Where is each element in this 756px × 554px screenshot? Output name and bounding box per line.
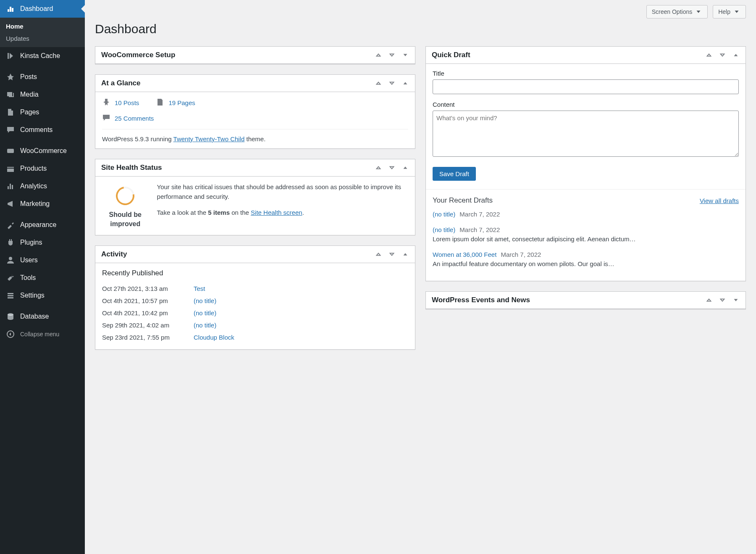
move-down-icon[interactable] (719, 51, 726, 59)
site-health-screen-link[interactable]: Site Health screen (251, 209, 302, 216)
sidebar-item-label: Products (20, 165, 47, 172)
glance-footer: WordPress 5.9.3 running Twenty Twenty-Tw… (102, 129, 408, 142)
move-down-icon[interactable] (388, 164, 396, 171)
activity-post-link[interactable]: Test (194, 285, 205, 292)
sidebar-item-label: Posts (20, 73, 37, 81)
sidebar-item-marketing[interactable]: Marketing (0, 195, 85, 213)
sidebar-item-label: Appearance (20, 221, 56, 229)
site-health-description: Your site has critical issues that shoul… (157, 182, 408, 201)
sidebar-item-label: Kinsta Cache (20, 52, 60, 60)
toggle-icon[interactable] (402, 164, 409, 171)
users-icon (5, 255, 16, 266)
quick-draft-content-textarea[interactable] (433, 111, 739, 157)
move-up-icon[interactable] (705, 296, 713, 304)
glance-footer-pre: WordPress 5.9.3 running (102, 135, 173, 142)
move-up-icon[interactable] (375, 251, 382, 258)
database-icon (5, 311, 16, 322)
draft-excerpt: An impactful feature documentary on wome… (433, 259, 739, 269)
main-content: Screen Options Help Dashboard WooCommerc… (85, 0, 756, 554)
glance-pages-link[interactable]: 19 Pages (156, 98, 195, 108)
activity-section-title: Recently Published (102, 269, 408, 277)
sidebar-item-plugins[interactable]: Plugins (0, 234, 85, 251)
draft-title-link[interactable]: (no title) (433, 211, 455, 218)
sidebar-item-analytics[interactable]: Analytics (0, 177, 85, 195)
postbox-title: WordPress Events and News (432, 296, 530, 304)
move-up-icon[interactable] (375, 164, 382, 171)
sidebar-item-label: Analytics (20, 182, 47, 190)
quick-draft-title-label: Title (433, 70, 739, 77)
svg-rect-4 (8, 297, 13, 298)
draft-title-link[interactable]: (no title) (433, 226, 455, 233)
page-title: Dashboard (95, 22, 746, 36)
activity-post-link[interactable]: (no title) (194, 309, 216, 317)
sidebar-item-kinsta-cache[interactable]: Kinsta Cache (0, 47, 85, 65)
glance-posts-link[interactable]: 10 Posts (102, 98, 139, 108)
move-down-icon[interactable] (388, 79, 396, 87)
sidebar-sub-home[interactable]: Home (0, 20, 85, 32)
toggle-icon[interactable] (402, 51, 409, 59)
collapse-menu-button[interactable]: Collapse menu (0, 325, 85, 343)
sidebar-item-label: Database (20, 313, 49, 320)
move-up-icon[interactable] (375, 51, 382, 59)
sidebar-submenu: Home Updates (0, 18, 85, 47)
admin-sidebar: Dashboard Home Updates Kinsta Cache Post… (0, 0, 85, 554)
help-button[interactable]: Help (713, 5, 746, 18)
draft-excerpt: Lorem ipsum dolor sit amet, consectetur … (433, 235, 739, 244)
postbox-events-news: WordPress Events and News (425, 291, 746, 309)
activity-post-link[interactable]: (no title) (194, 322, 216, 329)
dashboard-right-column: Quick Draft Title Content Save Draft (425, 46, 746, 309)
sidebar-item-pages[interactable]: Pages (0, 103, 85, 121)
caret-down-icon (733, 8, 740, 16)
draft-date: March 7, 2022 (459, 226, 500, 233)
move-up-icon[interactable] (375, 79, 382, 87)
move-down-icon[interactable] (719, 296, 726, 304)
activity-time: Sep 29th 2021, 4:02 am (102, 322, 186, 329)
view-all-drafts-link[interactable]: View all drafts (700, 197, 739, 204)
toggle-icon[interactable] (402, 79, 409, 87)
glance-comments-link[interactable]: 25 Comments (102, 113, 154, 123)
screen-options-button[interactable]: Screen Options (646, 5, 708, 18)
sidebar-item-label: Comments (20, 126, 52, 134)
postbox-activity: Activity Recently Published Oct 27th 202… (95, 245, 415, 350)
sidebar-item-posts[interactable]: Posts (0, 68, 85, 86)
move-down-icon[interactable] (388, 51, 396, 59)
glance-theme-link[interactable]: Twenty Twenty-Two Child (173, 135, 245, 142)
postbox-title: At a Glance (101, 79, 141, 87)
postbox-site-health: Site Health Status Should be improved Yo… (95, 159, 415, 235)
sidebar-item-database[interactable]: Database (0, 308, 85, 325)
activity-post-link[interactable]: (no title) (194, 297, 216, 304)
sidebar-item-comments[interactable]: Comments (0, 121, 85, 139)
screen-options-label: Screen Options (652, 8, 693, 15)
sidebar-item-appearance[interactable]: Appearance (0, 216, 85, 234)
save-draft-button[interactable]: Save Draft (433, 167, 476, 181)
sidebar-item-media[interactable]: Media (0, 86, 85, 103)
sidebar-item-tools[interactable]: Tools (0, 269, 85, 287)
quick-draft-content-label: Content (433, 101, 739, 108)
dashboard-icon (5, 3, 16, 14)
pages-icon (5, 107, 16, 118)
sidebar-item-label: Pages (20, 108, 39, 116)
activity-post-link[interactable]: Cloudup Block (194, 334, 234, 341)
toggle-icon[interactable] (402, 251, 409, 258)
sidebar-item-settings[interactable]: Settings (0, 287, 85, 304)
comment-icon (102, 113, 110, 123)
move-up-icon[interactable] (705, 51, 713, 59)
glance-footer-post: theme. (244, 135, 265, 142)
postbox-title: Activity (101, 250, 127, 259)
postbox-quick-draft: Quick Draft Title Content Save Draft (425, 46, 746, 281)
sidebar-item-label: Users (20, 256, 38, 264)
sidebar-item-products[interactable]: Products (0, 160, 85, 177)
draft-title-link[interactable]: Women at 36,000 Feet (433, 251, 496, 258)
sidebar-item-users[interactable]: Users (0, 251, 85, 269)
sidebar-item-woocommerce[interactable]: WooCommerce (0, 142, 85, 160)
quick-draft-title-input[interactable] (433, 79, 739, 94)
sidebar-sub-updates[interactable]: Updates (0, 32, 85, 45)
move-down-icon[interactable] (388, 251, 396, 258)
tools-icon (5, 272, 16, 283)
svg-rect-2 (8, 293, 13, 294)
sidebar-item-label: Plugins (20, 239, 42, 246)
activity-row: Oct 4th 2021, 10:57 pm(no title) (102, 295, 408, 307)
toggle-icon[interactable] (732, 296, 740, 304)
sidebar-item-dashboard[interactable]: Dashboard (0, 0, 85, 18)
toggle-icon[interactable] (732, 51, 740, 59)
